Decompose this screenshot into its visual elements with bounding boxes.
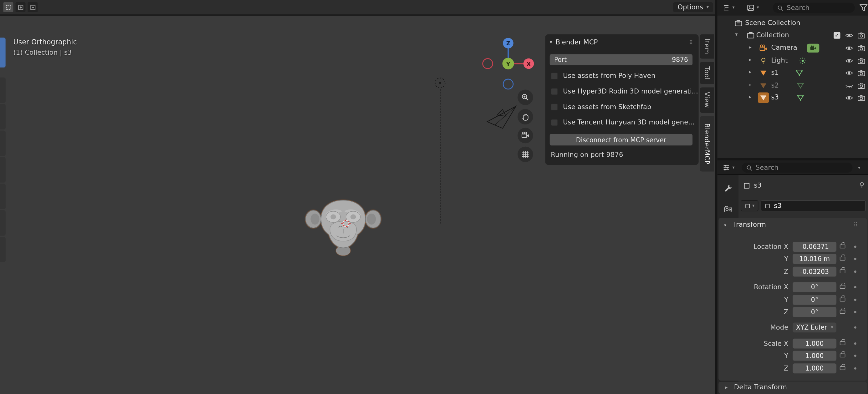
tool-button[interactable] bbox=[0, 77, 6, 103]
lock-icon[interactable] bbox=[840, 341, 845, 345]
decorator-dot[interactable] bbox=[854, 367, 857, 370]
panel-drag-handle[interactable]: ⠿ bbox=[854, 222, 858, 228]
eye-icon[interactable] bbox=[845, 94, 854, 102]
lock-icon[interactable] bbox=[840, 244, 845, 248]
render-visibility-icon[interactable] bbox=[857, 94, 866, 102]
rotation-x-field[interactable]: 0° bbox=[793, 282, 836, 292]
outliner-row-camera[interactable]: ▸ Camera bbox=[717, 42, 868, 54]
chevron-down-icon[interactable]: ▾ bbox=[735, 32, 738, 37]
checkbox-unchecked[interactable] bbox=[551, 88, 558, 95]
outliner-search-input[interactable]: Search bbox=[773, 3, 855, 13]
chevron-down-icon[interactable]: ▾ bbox=[724, 224, 726, 228]
scale-y-field[interactable]: 1.000 bbox=[793, 351, 836, 361]
chevron-down-icon[interactable]: ▾ bbox=[858, 166, 860, 170]
decorator-dot[interactable] bbox=[854, 342, 857, 344]
outliner-row-scene-collection[interactable]: Scene Collection bbox=[717, 17, 868, 29]
chevron-right-icon[interactable]: ▸ bbox=[749, 57, 752, 63]
lock-icon[interactable] bbox=[840, 285, 845, 289]
scene-camera-object[interactable] bbox=[484, 103, 519, 130]
polyhaven-checkbox-row[interactable]: Use assets from Poly Haven bbox=[551, 71, 655, 81]
disconnect-button[interactable]: Disconnect from MCP server bbox=[550, 134, 692, 145]
rotation-y-field[interactable]: 0° bbox=[793, 295, 836, 305]
chevron-right-icon[interactable]: ▸ bbox=[749, 69, 752, 75]
eye-icon[interactable] bbox=[845, 68, 854, 77]
eye-icon[interactable] bbox=[845, 31, 854, 40]
collection-exclude-checkbox[interactable]: ✓ bbox=[834, 32, 840, 39]
options-dropdown[interactable]: Options ▾ bbox=[673, 2, 713, 12]
outliner-row-s2[interactable]: ▸ s2 bbox=[717, 80, 868, 92]
camera-view-button[interactable] bbox=[518, 128, 533, 143]
checkbox-unchecked[interactable] bbox=[551, 103, 558, 110]
tool-button[interactable] bbox=[0, 210, 6, 235]
tool-button[interactable] bbox=[0, 131, 6, 156]
mcp-panel-header[interactable]: ▾ Blender MCP bbox=[550, 38, 598, 46]
lock-icon[interactable] bbox=[840, 353, 845, 357]
location-y-field[interactable]: 10.016 m bbox=[793, 254, 836, 264]
decorator-dot[interactable] bbox=[854, 326, 857, 329]
decorator-dot[interactable] bbox=[854, 311, 857, 313]
region-divider[interactable] bbox=[717, 158, 868, 160]
scale-x-field[interactable]: 1.000 bbox=[793, 339, 836, 349]
render-visibility-icon[interactable] bbox=[857, 44, 866, 53]
tool-button[interactable] bbox=[0, 237, 6, 262]
camera-data-icon[interactable] bbox=[807, 44, 819, 53]
port-field[interactable]: Port 9876 bbox=[550, 54, 692, 65]
sidebar-tab-item[interactable]: Item bbox=[700, 34, 714, 59]
sidebar-tab-tool[interactable]: Tool bbox=[700, 62, 714, 84]
chevron-right-icon[interactable]: ▸ bbox=[749, 82, 752, 88]
render-visibility-icon[interactable] bbox=[857, 81, 866, 90]
properties-search-input[interactable]: Search bbox=[742, 163, 852, 173]
decorator-dot[interactable] bbox=[854, 286, 857, 288]
navigation-gizmo[interactable]: Z X Y bbox=[479, 35, 537, 93]
render-visibility-icon[interactable] bbox=[857, 56, 866, 65]
tab-tool-properties[interactable] bbox=[721, 182, 734, 195]
tool-button[interactable] bbox=[0, 157, 6, 182]
outliner-row-light[interactable]: ▸ Light bbox=[717, 55, 868, 67]
viewport-3d[interactable]: User Orthographic (1) Collection | s3 bbox=[0, 30, 715, 394]
checkbox-unchecked[interactable] bbox=[551, 72, 558, 79]
select-mode-subtract-button[interactable] bbox=[28, 2, 37, 12]
eye-icon[interactable] bbox=[845, 44, 854, 53]
panel-drag-handle[interactable]: ⠿ bbox=[689, 39, 693, 45]
chevron-right-icon[interactable]: ▸ bbox=[749, 44, 752, 50]
id-type-button[interactable]: ▾ bbox=[741, 200, 758, 211]
sidebar-tab-view[interactable]: View bbox=[700, 88, 714, 113]
mesh-data-icon[interactable] bbox=[796, 81, 805, 90]
decorator-dot[interactable] bbox=[854, 270, 857, 273]
light-data-icon[interactable] bbox=[798, 56, 807, 65]
hunyuan-checkbox-row[interactable]: Use Tencent Hunyuan 3D model gene... bbox=[551, 117, 694, 127]
properties-editor-type-button[interactable]: ▾ bbox=[720, 162, 738, 174]
lock-icon[interactable] bbox=[840, 366, 845, 370]
select-mode-extend-button[interactable] bbox=[16, 2, 26, 12]
display-mode-dropdown[interactable]: ▾ bbox=[744, 2, 762, 14]
decorator-dot[interactable] bbox=[854, 299, 857, 301]
render-visibility-icon[interactable] bbox=[857, 68, 866, 77]
scale-z-field[interactable]: 1.000 bbox=[793, 363, 836, 373]
active-tool-button[interactable] bbox=[0, 37, 6, 68]
outliner-row-collection[interactable]: ▾ Collection ✓ bbox=[717, 29, 868, 42]
eye-closed-icon[interactable] bbox=[845, 81, 854, 90]
lock-icon[interactable] bbox=[840, 257, 845, 261]
tool-button[interactable] bbox=[0, 104, 6, 129]
lock-icon[interactable] bbox=[840, 310, 845, 314]
outliner-editor-type-button[interactable]: ▾ bbox=[720, 2, 738, 14]
outliner-row-s1[interactable]: ▸ s1 bbox=[717, 67, 868, 79]
region-divider[interactable] bbox=[715, 0, 717, 394]
gizmo-axis-z-neg[interactable] bbox=[503, 79, 513, 89]
delta-transform-header[interactable]: Delta Transform bbox=[734, 383, 787, 391]
pan-button[interactable] bbox=[518, 109, 533, 125]
hyper3d-checkbox-row[interactable]: Use Hyper3D Rodin 3D model generati... bbox=[551, 86, 698, 96]
location-x-field[interactable]: -0.06371 bbox=[793, 242, 836, 252]
perspective-toggle-button[interactable] bbox=[518, 147, 533, 162]
decorator-dot[interactable] bbox=[854, 245, 857, 248]
sketchfab-checkbox-row[interactable]: Use assets from Sketchfab bbox=[551, 102, 651, 112]
sidebar-tab-blendermcp[interactable]: BlenderMCP bbox=[700, 116, 714, 172]
decorator-dot[interactable] bbox=[854, 355, 857, 357]
checkbox-unchecked[interactable] bbox=[551, 119, 558, 126]
eye-icon[interactable] bbox=[845, 56, 854, 65]
select-mode-new-button[interactable] bbox=[3, 2, 13, 12]
tool-button[interactable] bbox=[0, 184, 6, 209]
light-object[interactable] bbox=[433, 76, 447, 90]
object-name-input[interactable]: s3 bbox=[761, 200, 866, 211]
rotation-z-field[interactable]: 0° bbox=[793, 307, 836, 317]
